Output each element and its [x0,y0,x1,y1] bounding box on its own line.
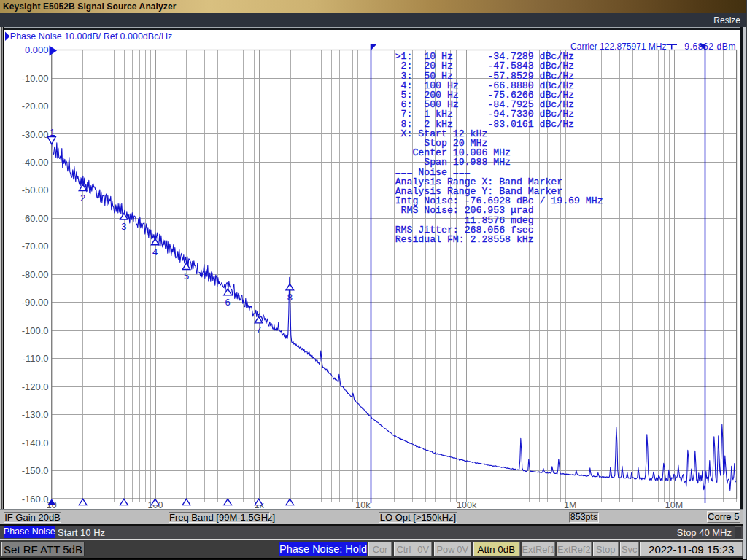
svg-text:-80.00: -80.00 [22,269,49,280]
svg-text:7: 7 [256,324,261,335]
svg-text:5: 5 [184,271,189,281]
svg-text:6: 6 [225,297,231,308]
svg-text:-20.00: -20.00 [22,101,49,112]
svg-text:-60.00: -60.00 [22,213,49,224]
svg-text:-100.0: -100.0 [22,325,49,336]
svg-text:-10.00: -10.00 [22,73,49,84]
svg-text:1M: 1M [564,500,576,510]
svg-text:10M: 10M [665,500,683,510]
svg-text:8: 8 [287,292,293,303]
svg-text:-110.0: -110.0 [23,353,49,364]
svg-text:100k: 100k [457,500,477,510]
svg-text:-40.00: -40.00 [22,157,49,168]
svg-text:-50.00: -50.00 [22,184,49,195]
svg-text:3: 3 [121,221,126,232]
svg-text:9.6862 dBm: 9.6862 dBm [684,42,736,52]
svg-text:2: 2 [80,192,85,203]
svg-text:10k: 10k [355,500,371,510]
svg-text:-90.00: -90.00 [22,297,49,308]
svg-text:-150.0: -150.0 [22,465,49,476]
svg-text:1: 1 [50,127,55,138]
svg-text:-130.0: -130.0 [22,409,49,420]
svg-text:Carrier 122.875971 MHz: Carrier 122.875971 MHz [570,42,666,52]
svg-text:0.000: 0.000 [25,44,49,55]
svg-text:-70.00: -70.00 [22,241,49,252]
svg-text:-160.0: -160.0 [22,494,49,505]
svg-text:-30.00: -30.00 [22,129,49,140]
svg-text:Phase Noise 10.00dB/ Ref 0.000: Phase Noise 10.00dB/ Ref 0.000dBc/Hz [10,31,172,42]
svg-text:-120.0: -120.0 [22,381,49,392]
svg-text:Residual FM: 2.28558 kHz: Residual FM: 2.28558 kHz [395,234,534,245]
svg-text:4: 4 [152,246,158,257]
svg-text:-140.0: -140.0 [22,438,49,448]
